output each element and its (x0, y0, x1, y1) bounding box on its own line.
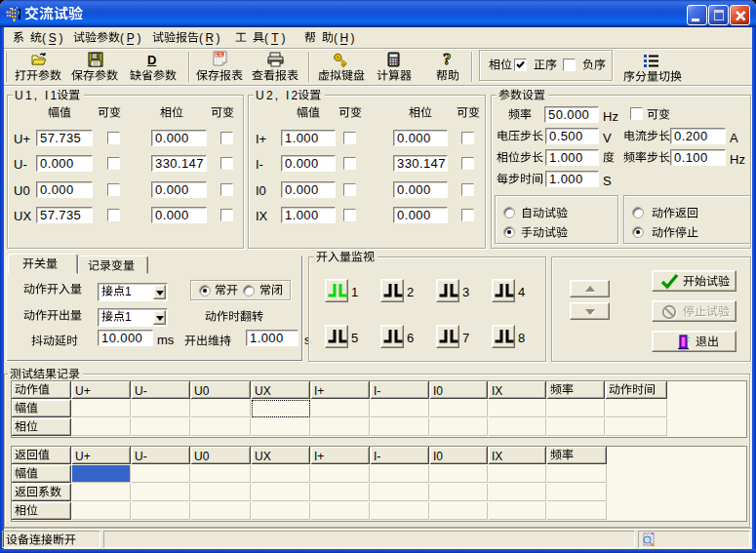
svg-text:U1, I1: U1, I1 (15, 89, 58, 102)
svg-text:(R): (R) (199, 31, 220, 45)
svg-text:(T): (T) (264, 31, 286, 45)
svg-text:EXL: EXL (216, 53, 224, 58)
svg-text:(S): (S) (42, 31, 63, 45)
svg-text:1: 1 (125, 310, 132, 324)
svg-text:U2, I2: U2, I2 (256, 89, 298, 102)
svg-text:?: ? (443, 51, 452, 67)
svg-text:1: 1 (125, 285, 132, 298)
svg-text:(H): (H) (334, 31, 355, 45)
svg-text:(P): (P) (120, 31, 141, 45)
